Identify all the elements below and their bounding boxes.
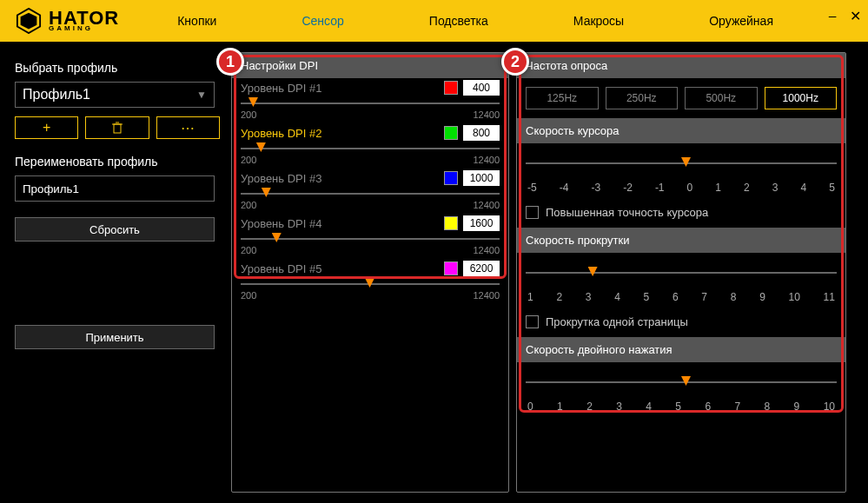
window-controls: ‒ ✕ [826,10,861,23]
dpi-slider[interactable] [241,97,500,109]
annotation-marker-1: 1 [216,48,244,76]
tick-label: 3 [586,291,592,303]
tick-label: 5 [644,291,650,303]
dpi-max: 12400 [473,109,500,120]
dpi-min: 200 [241,245,256,255]
tick-label: 1 [557,400,563,413]
dpi-value-input[interactable]: 1600 [463,215,500,231]
tick-label: 1 [527,291,533,303]
tick-label: 3 [772,182,779,194]
tick-label: 4 [614,291,620,303]
dpi-slider[interactable] [241,142,500,155]
profile-select[interactable]: Профиль1 ▼ [15,82,215,108]
color-swatch[interactable] [444,81,458,95]
dpi-min: 200 [241,200,256,210]
tick-label: 7 [701,291,707,303]
delete-profile-button[interactable] [85,116,149,139]
dpi-label: Уровень DPI #3 [241,172,321,185]
logo-sub: GAMING [49,26,119,31]
dpi-slider[interactable] [241,188,500,200]
precision-label: Повышенная точность курсора [546,206,708,219]
dpi-max: 12400 [473,290,500,301]
dpi-slider[interactable] [241,233,500,245]
add-profile-button[interactable]: + [15,116,78,139]
dpi-row-2: Уровень DPI #2 800 20012400 [232,123,508,169]
poll-header: Частота опроса [517,53,845,78]
cursor-speed-header: Скорость курсора [517,118,845,143]
body: Выбрать профиль Профиль1 ▼ + ⋯ Переимено… [0,42,868,503]
more-profile-button[interactable]: ⋯ [156,116,220,139]
chevron-down-icon: ▼ [196,89,207,101]
dpi-label: Уровень DPI #2 [241,127,321,140]
tick-label: 10 [824,400,835,413]
dpi-max: 12400 [473,200,500,210]
dblclick-slider[interactable] [526,369,837,394]
dpi-value-input[interactable]: 400 [463,80,500,96]
tick-label: 1 [715,182,721,194]
poll-button-125Hz[interactable]: 125Hz [526,87,599,109]
dpi-label: Уровень DPI #1 [241,82,321,95]
app-window: HATOR GAMING Кнопки Сенсор Подсветка Мак… [0,0,868,503]
dpi-min: 200 [241,290,256,301]
scroll-speed-slider[interactable] [526,260,837,284]
tick-label: 2 [586,400,593,413]
dpi-header: Настройки DPI [232,53,508,78]
close-icon[interactable]: ✕ [849,10,861,23]
scroll-speed-header: Скорость прокрутки [517,228,845,253]
page-scroll-label: Прокрутка одной страницы [546,315,688,328]
tick-label: 0 [687,182,693,194]
dpi-row-1: Уровень DPI #1 400 20012400 [232,78,508,123]
nav-buttons[interactable]: Кнопки [177,14,216,28]
dpi-max: 12400 [473,245,500,255]
poll-button-250Hz[interactable]: 250Hz [606,87,679,109]
tick-label: 9 [794,400,800,413]
color-swatch[interactable] [444,261,458,275]
tick-label: 11 [824,291,835,303]
color-swatch[interactable] [444,126,458,140]
nav-light[interactable]: Подсветка [429,14,488,28]
svg-rect-2 [114,124,121,133]
precision-checkbox[interactable] [526,206,539,219]
svg-marker-1 [21,13,37,30]
dpi-label: Уровень DPI #4 [241,217,321,230]
rename-input[interactable] [15,175,215,202]
dpi-row-3: Уровень DPI #3 1000 20012400 [232,169,508,214]
profile-panel: Выбрать профиль Профиль1 ▼ + ⋯ Переимено… [10,52,224,493]
minimize-icon[interactable]: ‒ [826,10,838,23]
dpi-value-input[interactable]: 1000 [463,170,500,186]
settings-panel: 2 Частота опроса 125Hz250Hz500Hz1000Hz С… [516,52,846,493]
nav-macros[interactable]: Макросы [573,14,624,28]
logo-name: HATOR [49,10,119,26]
trash-icon [111,122,123,134]
page-scroll-checkbox[interactable] [526,315,539,328]
titlebar: HATOR GAMING Кнопки Сенсор Подсветка Мак… [0,0,868,42]
dpi-slider[interactable] [241,278,500,290]
color-swatch[interactable] [444,171,458,185]
dblclick-header: Скорость двойного нажатия [517,337,845,362]
dpi-value-input[interactable]: 800 [463,125,500,141]
rename-label: Переименовать профиль [15,155,220,169]
cursor-speed-slider[interactable] [526,150,837,175]
color-swatch[interactable] [444,216,458,230]
tick-label: 4 [646,400,652,413]
select-profile-label: Выбрать профиль [15,61,220,75]
reset-button[interactable]: Сбросить [15,217,215,242]
nav-armory[interactable]: Оружейная [709,14,773,28]
dpi-value-input[interactable]: 6200 [463,261,500,276]
poll-button-1000Hz[interactable]: 1000Hz [765,87,838,109]
apply-button[interactable]: Применить [15,325,215,349]
nav-sensor[interactable]: Сенсор [301,14,343,28]
dpi-row-5: Уровень DPI #5 6200 20012400 [232,259,508,304]
tick-label: 6 [705,400,711,413]
tick-label: 5 [829,182,835,194]
tick-label: 2 [556,291,562,303]
poll-button-500Hz[interactable]: 500Hz [685,87,758,109]
tick-label: 9 [759,291,765,303]
annotation-marker-2: 2 [501,48,529,76]
tick-label: -3 [591,182,600,194]
tick-label: 8 [765,400,771,413]
nav: Кнопки Сенсор Подсветка Макросы Оружейна… [135,14,868,28]
dpi-row-4: Уровень DPI #4 1600 20012400 [232,214,508,259]
tick-label: 7 [734,400,740,413]
tick-label: 8 [731,291,737,303]
